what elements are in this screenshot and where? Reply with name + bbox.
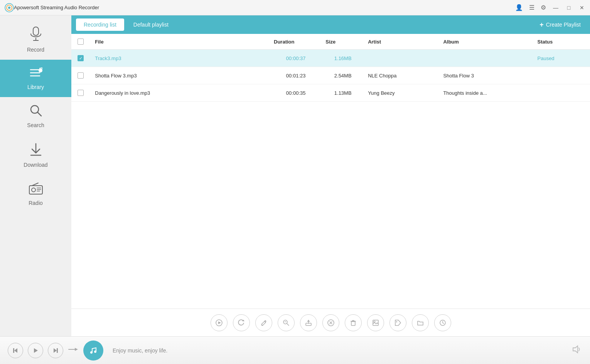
col-header-duration: Duration	[270, 34, 322, 50]
table-row[interactable]: Shotta Flow 3.mp300:01:232.54MBNLE Chopp…	[71, 67, 590, 84]
player-tagline: Enjoy music, enjoy life.	[113, 347, 568, 354]
library-icon	[29, 67, 43, 82]
svg-point-15	[32, 188, 35, 192]
settings-icon[interactable]: ⚙	[541, 4, 546, 11]
minimize-button[interactable]: —	[552, 4, 559, 11]
sidebar-search-label: Search	[27, 122, 44, 128]
toolbar-refresh-button[interactable]	[233, 314, 250, 331]
next-button[interactable]	[48, 343, 63, 358]
cell-duration: 00:01:23	[270, 67, 322, 84]
sidebar-library-label: Library	[27, 84, 44, 90]
svg-marker-44	[75, 348, 78, 351]
tab-recording-list[interactable]: Recording list	[76, 18, 124, 31]
toolbar-music-search-button[interactable]	[278, 314, 295, 331]
sidebar-radio-label: Radio	[29, 200, 43, 206]
table-row[interactable]: Dangerously in love.mp300:00:351.13MBYun…	[71, 84, 590, 102]
table-row[interactable]: Track3.mp300:00:371.16MBPaused	[71, 50, 590, 67]
svg-rect-39	[13, 348, 14, 353]
cell-duration: 00:00:37	[270, 50, 322, 67]
sidebar-item-record[interactable]: Record	[0, 19, 71, 60]
svg-rect-32	[351, 322, 355, 325]
account-icon[interactable]: 👤	[515, 4, 523, 11]
row-checkbox[interactable]	[78, 55, 84, 61]
select-all-checkbox[interactable]	[78, 39, 84, 45]
svg-line-25	[287, 324, 289, 325]
table-body: Track3.mp300:00:371.16MBPausedShotta Flo…	[71, 50, 590, 102]
sidebar-item-search[interactable]: Search	[0, 97, 71, 135]
cell-size: 1.13MB	[322, 84, 364, 102]
svg-point-45	[90, 351, 93, 354]
cell-album: Shotta Flow 3	[439, 67, 533, 84]
toolbar-image-button[interactable]	[367, 314, 384, 331]
content-area: Recording list Default playlist + Create…	[71, 15, 590, 336]
music-note-button[interactable]	[83, 341, 103, 361]
microphone-icon	[29, 26, 42, 44]
play-button[interactable]	[28, 343, 43, 358]
sidebar-item-download[interactable]: Download	[0, 135, 71, 175]
file-table-container: File Duration Size Artist Album Status T…	[71, 34, 590, 309]
cell-artist: Yung Beezy	[364, 84, 439, 102]
close-button[interactable]: ✕	[578, 4, 585, 11]
maximize-button[interactable]: □	[565, 4, 572, 11]
svg-point-36	[396, 321, 397, 322]
app-title: Apowersoft Streaming Audio Recorder	[14, 5, 515, 10]
cell-file: Shotta Flow 3.mp3	[91, 67, 270, 84]
prev-button[interactable]	[8, 343, 23, 358]
file-table: File Duration Size Artist Album Status T…	[71, 34, 590, 102]
svg-rect-42	[57, 348, 58, 353]
download-icon	[29, 142, 42, 159]
cell-size: 1.16MB	[322, 50, 364, 67]
cell-size: 2.54MB	[322, 67, 364, 84]
cell-artist	[364, 50, 439, 67]
cell-duration: 00:00:35	[270, 84, 322, 102]
toolbar-folder-button[interactable]	[412, 314, 429, 331]
sidebar-item-library[interactable]: Library	[0, 60, 71, 97]
svg-marker-40	[34, 348, 38, 353]
cell-file: Track3.mp3	[91, 50, 270, 67]
volume-icon[interactable]	[572, 345, 582, 356]
toolbar-tag-button[interactable]	[389, 314, 406, 331]
toolbar-export-button[interactable]	[300, 314, 317, 331]
tab-bar: Recording list Default playlist + Create…	[71, 15, 590, 34]
row-checkbox[interactable]	[78, 90, 84, 96]
toolbar-history-button[interactable]	[434, 314, 451, 331]
cell-artist: NLE Choppa	[364, 67, 439, 84]
cell-status: Paused	[534, 50, 590, 67]
svg-marker-47	[573, 346, 578, 353]
table-header-row: File Duration Size Artist Album Status	[71, 34, 590, 50]
cell-status	[534, 84, 590, 102]
row-checkbox[interactable]	[78, 72, 84, 79]
main-container: Record Library Search	[0, 15, 590, 336]
tab-default-playlist[interactable]: Default playlist	[126, 18, 176, 31]
sidebar-item-radio[interactable]: Radio	[0, 175, 71, 213]
create-playlist-button[interactable]: + Create Playlist	[535, 18, 585, 31]
radio-icon	[28, 182, 44, 198]
col-header-album: Album	[439, 34, 533, 50]
sidebar: Record Library Search	[0, 15, 71, 336]
player-bar: Enjoy music, enjoy life.	[0, 336, 590, 364]
svg-point-46	[94, 351, 96, 353]
title-bar: Apowersoft Streaming Audio Recorder 👤 ☰ …	[0, 0, 590, 15]
sidebar-download-label: Download	[24, 162, 47, 168]
toolbar-delete-button[interactable]	[345, 314, 362, 331]
shuffle-icon[interactable]	[68, 346, 79, 355]
cell-file: Dangerously in love.mp3	[91, 84, 270, 102]
titlebar-controls: 👤 ☰ ⚙ — □ ✕	[515, 4, 585, 11]
col-header-status: Status	[534, 34, 590, 50]
app-logo	[5, 3, 14, 12]
svg-marker-21	[218, 321, 221, 324]
svg-marker-28	[307, 320, 310, 322]
toolbar-edit-button[interactable]	[255, 314, 272, 331]
svg-line-19	[32, 183, 38, 186]
svg-line-11	[38, 112, 41, 116]
svg-marker-38	[14, 348, 17, 353]
select-all-header[interactable]	[71, 34, 91, 50]
col-header-file: File	[91, 34, 270, 50]
menu-icon[interactable]: ☰	[529, 4, 534, 11]
col-header-size: Size	[322, 34, 364, 50]
svg-rect-3	[33, 27, 39, 35]
toolbar-play-button[interactable]	[211, 314, 228, 331]
toolbar	[71, 309, 590, 336]
cell-album	[439, 50, 533, 67]
toolbar-close-button[interactable]	[322, 314, 339, 331]
